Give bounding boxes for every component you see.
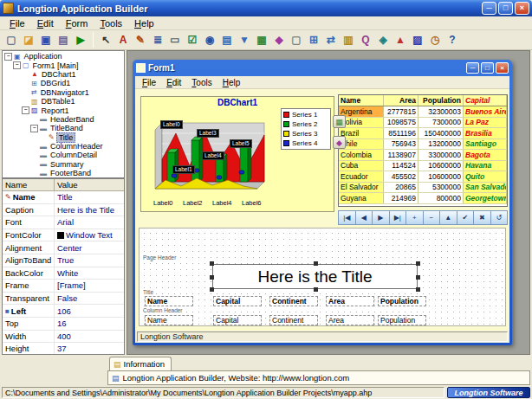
info-message-row[interactable]: ▤ Longtion Application Builder, Website:… [107,370,530,385]
tree-item-application[interactable]: −▣Application [3,52,124,61]
panel-icon[interactable]: ▢ [288,31,305,48]
listbox-icon[interactable]: ▤ [218,31,236,48]
nav-edit-button[interactable]: ▲ [440,210,457,225]
tree-expander-icon[interactable]: − [22,106,29,114]
grid-side-button-2[interactable]: ◆ [333,136,346,149]
tree-expander-icon[interactable]: − [4,53,12,61]
new-icon[interactable]: ▢ [3,31,20,48]
grid-column-header-capital[interactable]: Capital [464,95,507,106]
timer-icon[interactable]: ◷ [426,31,444,48]
property-row-transparent[interactable]: TransparentFalse [3,293,124,306]
form-minimize-button[interactable]: ─ [466,62,479,74]
property-row-left[interactable]: ■Left106 [3,305,124,318]
report-columnheader-area[interactable]: Area [326,296,374,306]
report-title-element[interactable]: Here is the Title [212,264,418,289]
tree-item-dbnavigator1[interactable]: ⇄DBNavigator1 [3,88,124,97]
property-value[interactable]: False [55,293,124,305]
nav-refresh-button[interactable]: ↺ [491,210,509,225]
report-detail-capital[interactable]: Capital [213,315,262,325]
form-menu-help[interactable]: Help [217,78,246,87]
property-row-fontcolor[interactable]: FontColorWindow Text [3,229,124,242]
close-button[interactable]: × [515,2,529,15]
menu-tools[interactable]: Tools [94,17,128,29]
button-icon[interactable]: ▭ [166,31,184,48]
tree-item-dbchart1[interactable]: ▲DBChart1 [3,70,124,79]
report-icon[interactable]: ▨ [409,31,426,48]
memo-icon[interactable]: ≣ [149,31,166,48]
tree-expander-icon[interactable]: − [30,125,38,132]
combobox-icon[interactable]: ▼ [236,31,253,48]
query-icon[interactable]: Q [357,31,374,48]
form-window[interactable]: Form1 ─ □ × FileEditToolsHelp DBChart1 [133,60,512,345]
resize-handle[interactable] [210,275,214,280]
property-value[interactable]: Center [55,241,124,254]
property-value[interactable]: Arial [55,216,124,228]
table-icon[interactable]: ▥ [340,31,357,48]
property-value[interactable]: [Frame] [55,280,124,292]
tab-information[interactable]: ▤ Information [109,357,172,370]
tree-item-title[interactable]: ✎Title [3,133,124,142]
report-columnheader-capital[interactable]: Capital [213,296,262,306]
resize-handle[interactable] [314,261,318,266]
menu-edit[interactable]: Edit [31,17,60,29]
property-value[interactable]: Window Text [55,229,124,241]
property-value[interactable]: 37 [55,343,124,355]
grid-row-el-salvador[interactable]: El Salvador208655300000San Salvador [339,183,507,194]
resize-handle[interactable] [210,261,214,266]
tree-item-headerband[interactable]: ▬HeaderBand [3,115,124,124]
minimize-button[interactable]: ─ [482,2,496,15]
run-icon[interactable]: ▶ [72,31,89,48]
property-value[interactable]: Title [55,191,124,203]
resize-handle[interactable] [210,287,214,292]
maximize-button[interactable]: □ [498,2,513,15]
grid-column-header-area[interactable]: Area [384,95,418,106]
property-row-font[interactable]: FontArial [3,216,124,229]
nav-post-button[interactable]: ✔ [457,210,475,225]
tree-expander-icon[interactable]: − [13,61,21,69]
datasource-icon[interactable]: ◈ [374,31,392,48]
report-detail-continent[interactable]: Continent [269,315,318,325]
grid-row-colombia[interactable]: Colombia113890733000000Bagota [339,150,507,161]
resize-handle[interactable] [314,287,318,292]
property-row-aligntoband[interactable]: AlignToBandTrue [3,254,124,267]
label-icon[interactable]: A [114,31,132,48]
form-maximize-button[interactable]: □ [481,62,494,74]
property-row-frame[interactable]: Frame[Frame] [3,280,124,293]
resize-handle[interactable] [416,261,420,266]
form-menu-edit[interactable]: Edit [161,78,186,87]
help-icon[interactable]: ? [444,31,461,48]
tree-item-report1[interactable]: −▨Report1 [3,106,124,114]
property-row-name[interactable]: ✎NameTitle [3,191,124,204]
nav-insert-button[interactable]: + [406,210,424,225]
menu-file[interactable]: File [3,17,31,29]
image-icon[interactable]: ▦ [253,31,270,48]
grid-row-chile[interactable]: Chile75694313200000Santiago [339,139,507,151]
dbnavigator-icon[interactable]: ⇄ [322,31,340,48]
form-menu-tools[interactable]: Tools [186,78,217,87]
report-columnheader-population[interactable]: Population [378,296,426,306]
tree-item-columndetail[interactable]: ▬ColumnDetail [3,151,124,159]
property-value[interactable]: True [55,254,124,267]
grid-icon[interactable]: ⊞ [305,31,322,48]
resize-handle[interactable] [416,275,420,280]
property-value[interactable]: White [55,267,124,280]
grid-row-ecuador[interactable]: Ecuador45550210600000Quito [339,171,507,183]
save-icon[interactable]: ▣ [37,31,55,48]
checkbox-icon[interactable]: ☑ [184,31,201,48]
property-value[interactable]: 16 [55,318,124,330]
chart-panel[interactable]: DBChart1 [140,96,334,212]
edit-icon[interactable]: ✎ [132,31,149,48]
nav-last-button[interactable]: ▶| [390,210,407,225]
grid-row-cuba[interactable]: Cuba11452410600000Havana [339,161,507,172]
property-row-width[interactable]: Width400 [3,331,124,344]
nav-cancel-button[interactable]: ✖ [474,210,491,225]
tree-item-summary[interactable]: ▬Summary [3,160,124,169]
tree-item-dbtable1[interactable]: ▥DBTable1 [3,97,124,106]
nav-delete-button[interactable]: − [424,210,441,225]
property-row-alignment[interactable]: AlignmentCenter [3,241,124,254]
tree-item-footerband[interactable]: ▬FooterBand [3,169,124,177]
grid-row-bolivia[interactable]: Bolivia10985757300000La Paz [339,118,507,129]
property-row-caption[interactable]: CaptionHere is the Title [3,204,124,217]
report-detail-name[interactable]: Name [145,315,193,325]
form-menu-file[interactable]: File [137,78,161,87]
